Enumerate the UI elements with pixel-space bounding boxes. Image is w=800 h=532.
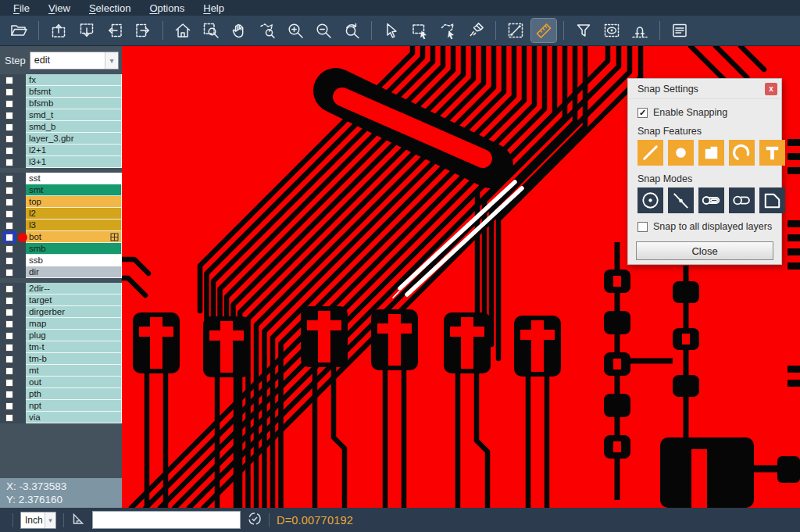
menu-view[interactable]: View	[40, 2, 79, 15]
layer-visibility-checkbox[interactable]	[5, 187, 13, 195]
view-box-button[interactable]	[599, 19, 624, 42]
layer-visibility-checkbox[interactable]	[5, 367, 13, 375]
layer-name[interactable]: l3+1	[26, 156, 122, 168]
layer-visibility-checkbox[interactable]	[5, 222, 13, 230]
layer-row-smb[interactable]: smb	[0, 243, 122, 255]
pointer-button[interactable]	[379, 19, 404, 42]
zoom-polygon-button[interactable]	[255, 19, 280, 42]
layer-name[interactable]: ssb	[26, 255, 122, 266]
layer-row-npt[interactable]: npt	[0, 400, 122, 412]
layer-name[interactable]: smb	[26, 243, 122, 255]
close-button[interactable]: Close	[636, 241, 773, 260]
menu-help[interactable]: Help	[195, 2, 233, 15]
layer-row-via[interactable]: via	[0, 412, 122, 423]
snap-all-layers-checkbox[interactable]	[638, 222, 648, 232]
home-button[interactable]	[170, 19, 195, 42]
zoom-reset-button[interactable]	[339, 19, 364, 42]
enable-snapping-checkbox[interactable]: ✓	[638, 108, 648, 118]
layer-row-dir[interactable]: dir	[0, 266, 122, 278]
mode-center-button[interactable]	[638, 187, 663, 213]
layer-name[interactable]: out	[26, 377, 122, 388]
mode-pad-slot-button[interactable]	[698, 187, 724, 213]
menu-options[interactable]: Options	[141, 2, 193, 15]
paste-right-button[interactable]	[130, 19, 155, 42]
layer-name[interactable]: bot	[26, 231, 122, 243]
layer-visibility-checkbox[interactable]	[5, 198, 13, 206]
chevron-down-icon[interactable]: ▾	[105, 52, 118, 69]
layer-visibility-checkbox[interactable]	[5, 135, 13, 143]
layer-visibility-checkbox[interactable]	[5, 100, 13, 108]
mode-corner-button[interactable]	[759, 187, 785, 213]
feature-surface-button[interactable]	[698, 140, 724, 166]
feature-line-button[interactable]	[638, 140, 663, 166]
layer-name[interactable]: sst	[26, 173, 122, 184]
layer-name[interactable]: target	[26, 295, 122, 306]
zoom-in-button[interactable]	[283, 19, 308, 42]
layer-name[interactable]: smt	[26, 184, 122, 196]
layer-row-tm-t[interactable]: tm-t	[0, 341, 122, 353]
step-select[interactable]: edit ▾	[30, 52, 119, 70]
layer-visibility-checkbox[interactable]	[5, 112, 13, 120]
pan-button[interactable]	[227, 19, 252, 42]
layer-visibility-checkbox[interactable]	[5, 391, 13, 398]
feature-arc-button[interactable]	[729, 140, 755, 166]
layer-name[interactable]: via	[26, 412, 122, 423]
layer-name[interactable]: top	[26, 196, 122, 208]
snap-dialog-titlebar[interactable]: Snap Settings x	[628, 79, 781, 99]
layer-visibility-checkbox[interactable]	[5, 379, 13, 387]
feature-pad-button[interactable]	[668, 140, 694, 166]
mode-midpoint-button[interactable]	[668, 187, 694, 213]
menu-file[interactable]: File	[5, 2, 38, 15]
command-input[interactable]	[92, 511, 241, 529]
layer-row-target[interactable]: target	[0, 295, 122, 306]
feature-text-button[interactable]	[759, 140, 785, 166]
paste-down-button[interactable]	[74, 19, 99, 42]
layers-panel-button[interactable]	[667, 19, 692, 42]
layer-row-out[interactable]: out	[0, 377, 122, 388]
layer-row-top[interactable]: top	[0, 196, 122, 208]
filter-button[interactable]	[571, 19, 596, 42]
layer-visibility-checkbox[interactable]	[5, 175, 13, 183]
select-poly-button[interactable]	[435, 19, 460, 42]
layer-visibility-checkbox[interactable]	[5, 147, 13, 155]
layer-visibility-checkbox[interactable]	[5, 210, 13, 218]
close-icon[interactable]: x	[765, 83, 777, 95]
layer-row-smd_b[interactable]: smd_b	[0, 121, 122, 133]
layer-name[interactable]: pth	[26, 388, 122, 400]
measure-line-button[interactable]	[503, 19, 528, 42]
paste-up-button[interactable]	[46, 19, 71, 42]
layer-row-bot[interactable]: bot	[0, 231, 122, 243]
layer-name[interactable]: bfsmb	[26, 98, 122, 109]
layer-name[interactable]: l3	[26, 220, 122, 231]
layer-row-map[interactable]: map	[0, 318, 122, 330]
layer-visibility-checkbox[interactable]	[5, 77, 13, 84]
layer-row-pth[interactable]: pth	[0, 388, 122, 400]
layer-row-smd_t[interactable]: smd_t	[0, 109, 122, 121]
layer-visibility-checkbox[interactable]	[5, 344, 13, 352]
layer-visibility-checkbox[interactable]	[5, 402, 13, 410]
open-folder-button[interactable]	[6, 19, 31, 42]
layer-name[interactable]: map	[26, 318, 122, 330]
layer-row-layer_3.gbr[interactable]: layer_3.gbr	[0, 133, 122, 145]
layer-name[interactable]: l2+1	[26, 145, 122, 156]
layer-row-plug[interactable]: plug	[0, 330, 122, 341]
layer-row-l2+1[interactable]: l2+1	[0, 145, 122, 156]
layer-visibility-checkbox[interactable]	[5, 245, 13, 253]
layer-row-l3[interactable]: l3	[0, 220, 122, 231]
layer-row-bfsmb[interactable]: bfsmb	[0, 98, 122, 109]
zoom-area-button[interactable]	[198, 19, 223, 42]
snap-magnet-button[interactable]	[627, 19, 652, 42]
layer-row-dirgerber[interactable]: dirgerber	[0, 306, 122, 318]
select-rect-button[interactable]	[407, 19, 432, 42]
layer-row-bfsmt[interactable]: bfsmt	[0, 86, 122, 98]
layer-name[interactable]: fx	[26, 74, 122, 86]
unit-select[interactable]: Inch ▾	[20, 512, 56, 529]
layer-row-tm-b[interactable]: tm-b	[0, 353, 122, 365]
layer-name[interactable]: npt	[26, 400, 122, 412]
layer-visibility-checkbox[interactable]	[5, 309, 13, 316]
layer-row-smt[interactable]: smt	[0, 184, 122, 196]
apply-check-icon[interactable]	[248, 512, 262, 529]
layer-row-l3+1[interactable]: l3+1	[0, 156, 122, 168]
layer-name[interactable]: smd_t	[26, 109, 122, 121]
layer-row-sst[interactable]: sst	[0, 173, 122, 184]
